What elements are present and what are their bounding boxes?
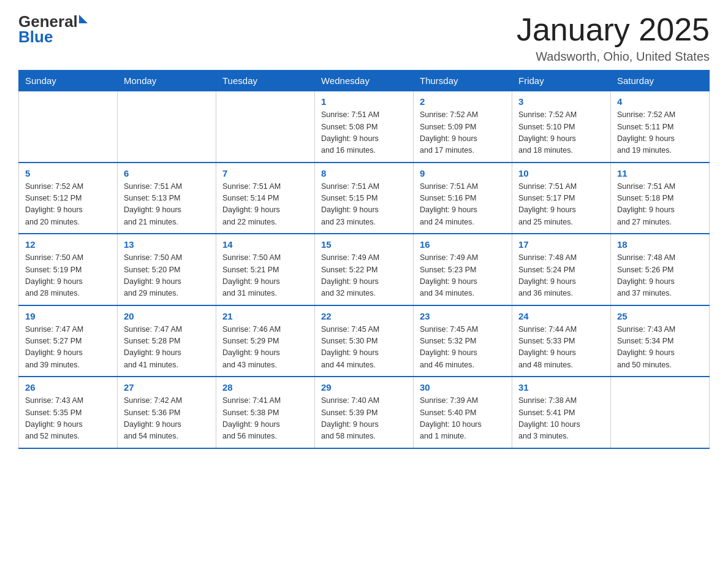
day-info: Sunrise: 7:42 AM Sunset: 5:36 PM Dayligh… [124, 395, 210, 443]
day-number: 23 [420, 311, 506, 321]
calendar-cell [611, 377, 710, 448]
calendar-cell: 25Sunrise: 7:43 AM Sunset: 5:34 PM Dayli… [611, 305, 710, 377]
day-info: Sunrise: 7:40 AM Sunset: 5:39 PM Dayligh… [321, 395, 407, 443]
day-info: Sunrise: 7:51 AM Sunset: 5:16 PM Dayligh… [420, 181, 506, 229]
calendar-cell: 16Sunrise: 7:49 AM Sunset: 5:23 PM Dayli… [414, 234, 512, 305]
calendar-cell [118, 91, 216, 163]
day-number: 19 [25, 311, 111, 321]
calendar-cell: 3Sunrise: 7:52 AM Sunset: 5:10 PM Daylig… [512, 91, 611, 163]
day-info: Sunrise: 7:45 AM Sunset: 5:32 PM Dayligh… [420, 324, 506, 372]
day-number: 17 [518, 239, 604, 250]
day-number: 6 [124, 168, 210, 178]
col-sunday: Sunday [19, 71, 118, 91]
day-info: Sunrise: 7:51 AM Sunset: 5:14 PM Dayligh… [222, 181, 308, 229]
day-info: Sunrise: 7:52 AM Sunset: 5:12 PM Dayligh… [25, 181, 111, 229]
day-info: Sunrise: 7:51 AM Sunset: 5:13 PM Dayligh… [124, 181, 210, 229]
calendar-cell: 27Sunrise: 7:42 AM Sunset: 5:36 PM Dayli… [118, 377, 216, 448]
day-number: 3 [518, 96, 604, 107]
day-info: Sunrise: 7:48 AM Sunset: 5:26 PM Dayligh… [617, 252, 703, 300]
col-saturday: Saturday [611, 71, 710, 91]
calendar-week-4: 19Sunrise: 7:47 AM Sunset: 5:27 PM Dayli… [19, 305, 710, 377]
calendar-body: 1Sunrise: 7:51 AM Sunset: 5:08 PM Daylig… [19, 91, 710, 448]
day-number: 13 [124, 239, 210, 250]
day-info: Sunrise: 7:44 AM Sunset: 5:33 PM Dayligh… [518, 324, 604, 372]
calendar-cell: 6Sunrise: 7:51 AM Sunset: 5:13 PM Daylig… [118, 163, 216, 234]
calendar-cell: 1Sunrise: 7:51 AM Sunset: 5:08 PM Daylig… [315, 91, 414, 163]
day-info: Sunrise: 7:39 AM Sunset: 5:40 PM Dayligh… [420, 395, 506, 443]
day-number: 5 [25, 168, 111, 178]
day-number: 14 [222, 239, 308, 250]
day-number: 26 [25, 382, 111, 393]
day-number: 12 [25, 239, 111, 250]
day-info: Sunrise: 7:46 AM Sunset: 5:29 PM Dayligh… [222, 324, 308, 372]
calendar-week-3: 12Sunrise: 7:50 AM Sunset: 5:19 PM Dayli… [19, 234, 710, 305]
calendar-cell: 5Sunrise: 7:52 AM Sunset: 5:12 PM Daylig… [19, 163, 118, 234]
day-number: 8 [321, 168, 407, 178]
day-number: 25 [617, 311, 703, 321]
calendar-cell: 19Sunrise: 7:47 AM Sunset: 5:27 PM Dayli… [19, 305, 118, 377]
day-number: 28 [222, 382, 308, 393]
logo: General Blue [18, 12, 88, 47]
day-info: Sunrise: 7:51 AM Sunset: 5:17 PM Dayligh… [518, 181, 604, 229]
calendar-cell: 29Sunrise: 7:40 AM Sunset: 5:39 PM Dayli… [315, 377, 414, 448]
day-number: 24 [518, 311, 604, 321]
calendar-cell: 18Sunrise: 7:48 AM Sunset: 5:26 PM Dayli… [611, 234, 710, 305]
day-info: Sunrise: 7:51 AM Sunset: 5:15 PM Dayligh… [321, 181, 407, 229]
day-info: Sunrise: 7:41 AM Sunset: 5:38 PM Dayligh… [222, 395, 308, 443]
calendar-cell: 11Sunrise: 7:51 AM Sunset: 5:18 PM Dayli… [611, 163, 710, 234]
day-number: 18 [617, 239, 703, 250]
day-info: Sunrise: 7:50 AM Sunset: 5:19 PM Dayligh… [25, 252, 111, 300]
day-number: 15 [321, 239, 407, 250]
calendar-week-1: 1Sunrise: 7:51 AM Sunset: 5:08 PM Daylig… [19, 91, 710, 163]
day-number: 16 [420, 239, 506, 250]
day-info: Sunrise: 7:52 AM Sunset: 5:09 PM Dayligh… [420, 109, 506, 157]
calendar-cell: 8Sunrise: 7:51 AM Sunset: 5:15 PM Daylig… [315, 163, 414, 234]
day-info: Sunrise: 7:47 AM Sunset: 5:28 PM Dayligh… [124, 324, 210, 372]
col-tuesday: Tuesday [216, 71, 315, 91]
col-wednesday: Wednesday [315, 71, 414, 91]
day-info: Sunrise: 7:49 AM Sunset: 5:22 PM Dayligh… [321, 252, 407, 300]
logo-blue-text: Blue [18, 28, 88, 47]
day-number: 10 [518, 168, 604, 178]
page-header: General Blue January 2025 Wadsworth, Ohi… [18, 12, 710, 64]
calendar-cell: 2Sunrise: 7:52 AM Sunset: 5:09 PM Daylig… [414, 91, 512, 163]
day-info: Sunrise: 7:48 AM Sunset: 5:24 PM Dayligh… [518, 252, 604, 300]
calendar-cell: 28Sunrise: 7:41 AM Sunset: 5:38 PM Dayli… [216, 377, 315, 448]
calendar-cell: 10Sunrise: 7:51 AM Sunset: 5:17 PM Dayli… [512, 163, 611, 234]
calendar-cell: 30Sunrise: 7:39 AM Sunset: 5:40 PM Dayli… [414, 377, 512, 448]
day-info: Sunrise: 7:50 AM Sunset: 5:20 PM Dayligh… [124, 252, 210, 300]
day-number: 22 [321, 311, 407, 321]
month-title: January 2025 [517, 12, 710, 47]
day-number: 1 [321, 96, 407, 107]
day-info: Sunrise: 7:38 AM Sunset: 5:41 PM Dayligh… [518, 395, 604, 443]
day-info: Sunrise: 7:43 AM Sunset: 5:34 PM Dayligh… [617, 324, 703, 372]
calendar-cell: 15Sunrise: 7:49 AM Sunset: 5:22 PM Dayli… [315, 234, 414, 305]
header-row: Sunday Monday Tuesday Wednesday Thursday… [19, 71, 710, 91]
day-number: 21 [222, 311, 308, 321]
calendar-cell: 17Sunrise: 7:48 AM Sunset: 5:24 PM Dayli… [512, 234, 611, 305]
calendar-cell: 31Sunrise: 7:38 AM Sunset: 5:41 PM Dayli… [512, 377, 611, 448]
location: Wadsworth, Ohio, United States [517, 50, 710, 64]
day-number: 31 [518, 382, 604, 393]
calendar-header: Sunday Monday Tuesday Wednesday Thursday… [19, 71, 710, 91]
day-number: 20 [124, 311, 210, 321]
day-number: 2 [420, 96, 506, 107]
calendar-cell: 12Sunrise: 7:50 AM Sunset: 5:19 PM Dayli… [19, 234, 118, 305]
day-info: Sunrise: 7:49 AM Sunset: 5:23 PM Dayligh… [420, 252, 506, 300]
calendar-week-2: 5Sunrise: 7:52 AM Sunset: 5:12 PM Daylig… [19, 163, 710, 234]
day-info: Sunrise: 7:52 AM Sunset: 5:11 PM Dayligh… [617, 109, 703, 157]
day-info: Sunrise: 7:51 AM Sunset: 5:08 PM Dayligh… [321, 109, 407, 157]
day-info: Sunrise: 7:43 AM Sunset: 5:35 PM Dayligh… [25, 395, 111, 443]
day-number: 30 [420, 382, 506, 393]
calendar-cell [216, 91, 315, 163]
calendar-cell: 23Sunrise: 7:45 AM Sunset: 5:32 PM Dayli… [414, 305, 512, 377]
day-info: Sunrise: 7:52 AM Sunset: 5:10 PM Dayligh… [518, 109, 604, 157]
calendar-table: Sunday Monday Tuesday Wednesday Thursday… [18, 70, 710, 449]
calendar-cell: 22Sunrise: 7:45 AM Sunset: 5:30 PM Dayli… [315, 305, 414, 377]
title-block: January 2025 Wadsworth, Ohio, United Sta… [517, 12, 710, 64]
col-friday: Friday [512, 71, 611, 91]
day-info: Sunrise: 7:51 AM Sunset: 5:18 PM Dayligh… [617, 181, 703, 229]
calendar-cell: 24Sunrise: 7:44 AM Sunset: 5:33 PM Dayli… [512, 305, 611, 377]
day-number: 9 [420, 168, 506, 178]
calendar-cell: 21Sunrise: 7:46 AM Sunset: 5:29 PM Dayli… [216, 305, 315, 377]
